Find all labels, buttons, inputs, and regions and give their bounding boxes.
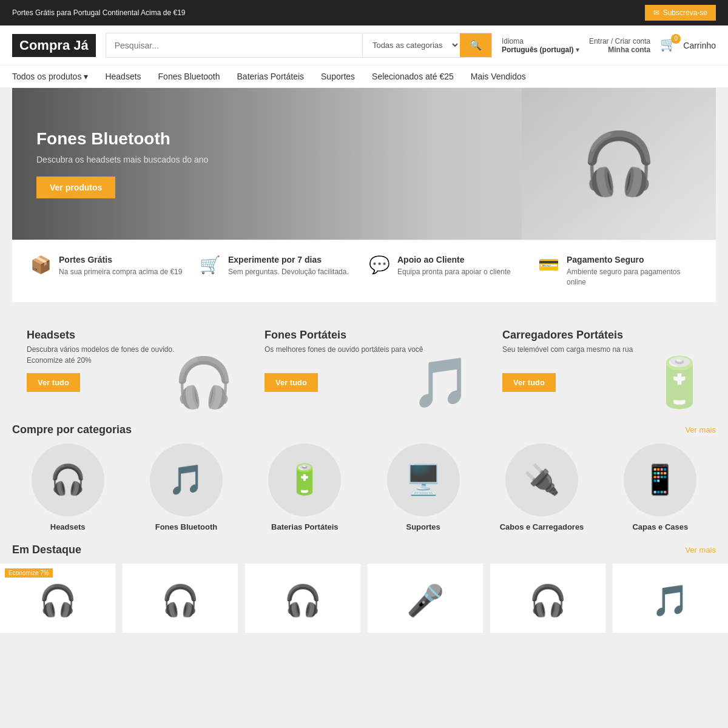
- product-card[interactable]: 🎤: [368, 564, 483, 633]
- feature-desc: Equipa pronta para apoiar o cliente: [397, 267, 511, 277]
- cat-card-button[interactable]: Ver tudo: [27, 373, 80, 392]
- nav-item[interactable]: Todos os produtos ▾: [12, 72, 88, 81]
- nav-item[interactable]: Headsets: [105, 72, 141, 81]
- cat-card-button[interactable]: Ver tudo: [265, 373, 318, 392]
- feature-desc: Na sua primeira compra acima de €19: [59, 267, 182, 277]
- product-card[interactable]: 🎧: [490, 564, 605, 633]
- feature-icon: 📦: [30, 255, 52, 275]
- feature-title: Experimente por 7 dias: [228, 255, 349, 265]
- nav-label: Todos os produtos: [12, 72, 81, 81]
- category-cards: Headsets Descubra vários modelos de fone…: [12, 314, 716, 411]
- subscribe-button[interactable]: ✉ Subscreva-se: [645, 5, 716, 21]
- hero-subtitle: Descubra os headsets mais buscados do an…: [36, 155, 208, 164]
- subscribe-label: Subscreva-se: [663, 8, 707, 17]
- cat-card-icon: 🎧: [174, 354, 234, 411]
- circle-label: Cabos e Carregadores: [500, 522, 584, 531]
- circle-image: 🎧: [32, 443, 104, 516]
- cart-label: Carrinho: [683, 41, 716, 50]
- search-icon: 🔍: [470, 40, 482, 50]
- feature-icon: 💬: [369, 255, 390, 275]
- cat-card-desc: Os melhores fones de ouvido portáteis pa…: [265, 345, 463, 354]
- cart-button[interactable]: 🛒 0 Carrinho: [660, 36, 716, 55]
- product-card[interactable]: 🎧: [245, 564, 360, 633]
- hero-cta-button[interactable]: Ver produtos: [36, 177, 115, 198]
- cat-card-title: Carregadores Portáteis: [502, 329, 701, 342]
- nav-item[interactable]: Selecionados até €25: [372, 72, 454, 81]
- cat-card-button[interactable]: Ver tudo: [502, 373, 556, 392]
- circle-label: Fones Bluetooth: [155, 522, 218, 531]
- language-value: Português (portugal) ▾: [502, 46, 579, 54]
- hero-banner: Fones Bluetooth Descubra os headsets mai…: [12, 88, 716, 240]
- categories-ver-mais[interactable]: Ver mais: [685, 425, 716, 434]
- circle-label: Suportes: [406, 522, 440, 531]
- feature-desc: Ambiente seguro para pagamentos online: [567, 267, 698, 288]
- product-image: 🎤: [406, 583, 444, 618]
- feature-item: 🛒 Experimente por 7 dias Sem perguntas. …: [200, 255, 359, 288]
- circle-image: 🔌: [505, 443, 578, 516]
- circle-label: Baterias Portáteis: [271, 522, 339, 531]
- nav-item[interactable]: Mais Vendidos: [471, 72, 526, 81]
- categories-section-title: Compre por categorias: [12, 423, 132, 436]
- chevron-down-icon: ▾: [84, 72, 88, 81]
- category-circle-item[interactable]: 🔋 Baterias Portáteis: [249, 443, 360, 531]
- categories-section-header: Compre por categorias Ver mais: [12, 423, 716, 436]
- account-link: Entrar / Criar conta: [589, 37, 650, 46]
- email-icon: ✉: [653, 8, 659, 17]
- nav-item[interactable]: Suportes: [321, 72, 355, 81]
- category-card: Fones Portáteis Os melhores fones de ouv…: [250, 314, 478, 411]
- category-circle-item[interactable]: 🎧 Headsets: [12, 443, 123, 531]
- feature-text: Experimente por 7 dias Sem perguntas. De…: [228, 255, 349, 277]
- feature-icon: 🛒: [200, 255, 221, 275]
- product-card[interactable]: 🎵: [613, 564, 728, 633]
- product-image: 🎧: [161, 583, 199, 618]
- products-grid: Economize 7% 🎧 🎧 🎧 🎤 🎧 🎵: [0, 564, 728, 633]
- product-card[interactable]: 🎧: [123, 564, 238, 633]
- circle-label: Headsets: [50, 522, 86, 531]
- language-selector[interactable]: Idioma Português (portugal) ▾: [502, 37, 579, 54]
- search-button[interactable]: 🔍: [460, 33, 491, 57]
- hero-title: Fones Bluetooth: [36, 129, 208, 149]
- category-circle-item[interactable]: 🖥️ Suportes: [368, 443, 479, 531]
- account-section[interactable]: Entrar / Criar conta Minha conta: [589, 37, 650, 54]
- category-card: Carregadores Portáteis Seu telemóvel com…: [488, 314, 716, 411]
- feature-title: Apoio ao Cliente: [397, 255, 511, 265]
- feature-text: Pagamento Seguro Ambiente seguro para pa…: [567, 255, 698, 288]
- header: Compra Já Todas as categorias 🔍 Idioma P…: [0, 25, 728, 66]
- circle-image: 🎵: [150, 443, 223, 516]
- feature-item: 💬 Apoio ao Cliente Equipa pronta para ap…: [369, 255, 528, 288]
- product-image: 🎧: [39, 583, 76, 618]
- language-label: Idioma: [502, 37, 579, 46]
- category-circle-item[interactable]: 🔌 Cabos e Carregadores: [486, 443, 597, 531]
- circle-image: 🔋: [268, 443, 341, 516]
- cat-card-desc: Descubra vários modelos de fones de ouvi…: [27, 345, 226, 354]
- circle-image: 🖥️: [387, 443, 460, 516]
- feature-text: Apoio ao Cliente Equipa pronta para apoi…: [397, 255, 511, 277]
- destaque-ver-mais[interactable]: Ver mais: [685, 545, 716, 554]
- category-circle-item[interactable]: 📱 Capas e Cases: [605, 443, 716, 531]
- cat-card-title: Headsets: [27, 329, 226, 342]
- circle-image: 📱: [624, 443, 696, 516]
- logo[interactable]: Compra Já: [12, 34, 96, 57]
- search-bar: Todas as categorias 🔍: [106, 33, 492, 58]
- category-circles: 🎧 Headsets 🎵 Fones Bluetooth 🔋 Baterias …: [12, 443, 716, 531]
- feature-item: 💳 Pagamento Seguro Ambiente seguro para …: [538, 255, 698, 288]
- product-image: 🎵: [652, 583, 689, 618]
- feature-title: Pagamento Seguro: [567, 255, 698, 265]
- promo-text: Portes Grátis para Portugal Continental …: [12, 8, 186, 17]
- category-circle-item[interactable]: 🎵 Fones Bluetooth: [130, 443, 241, 531]
- features-strip: 📦 Portes Grátis Na sua primeira compra a…: [12, 240, 716, 302]
- cat-card-desc: Seu telemóvel com carga mesmo na rua: [502, 345, 701, 354]
- nav-item[interactable]: Baterias Portáteis: [237, 72, 305, 81]
- product-image: 🎧: [284, 583, 322, 618]
- category-card: Headsets Descubra vários modelos de fone…: [12, 314, 240, 411]
- product-card[interactable]: Economize 7% 🎧: [0, 564, 115, 633]
- my-account-label: Minha conta: [589, 46, 650, 54]
- feature-desc: Sem perguntas. Devolução facilitada.: [228, 267, 349, 277]
- cat-card-icon: 🔋: [649, 354, 710, 411]
- category-dropdown[interactable]: Todas as categorias: [362, 33, 460, 57]
- cat-card-icon: 🎵: [411, 354, 472, 411]
- search-input[interactable]: [106, 33, 362, 57]
- nav-item[interactable]: Fones Bluetooth: [158, 72, 220, 81]
- feature-icon: 💳: [538, 255, 559, 275]
- top-bar: Portes Grátis para Portugal Continental …: [0, 0, 728, 25]
